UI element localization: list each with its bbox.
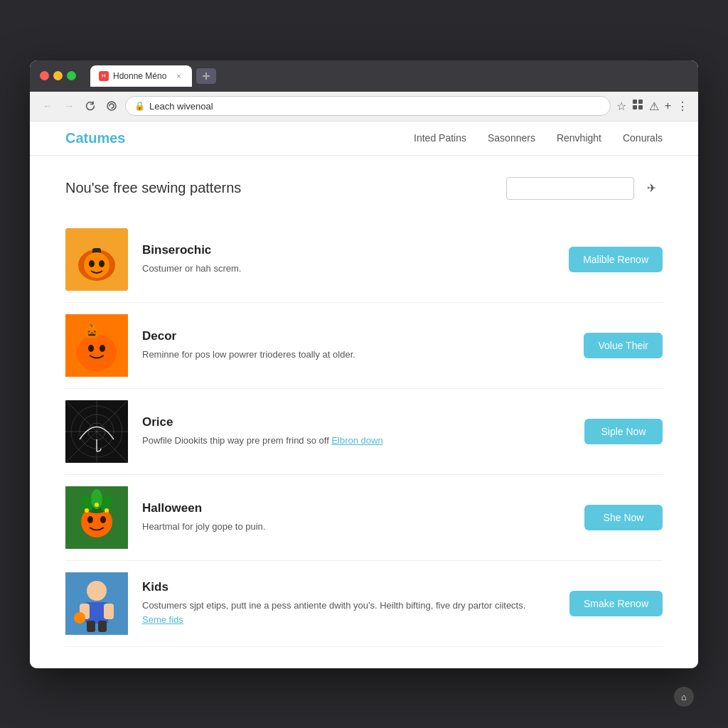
page-header: Nou'se free sewing patterns ✈ [65,177,663,200]
svg-rect-3 [633,100,637,104]
svg-point-40 [95,503,99,507]
svg-rect-5 [633,105,637,109]
item-btn-3[interactable]: Siple Now [584,419,663,444]
item-desc-link-3[interactable]: Elbron down [331,435,382,446]
tab-favicon: H [99,71,109,81]
maximize-button[interactable] [67,71,76,80]
svg-point-38 [85,508,89,513]
item-desc-link-5[interactable]: Seme fids [142,614,183,625]
list-item: Halloween Heartmal for joly gope to puin… [65,475,663,561]
svg-point-10 [84,252,109,278]
svg-rect-45 [104,604,114,619]
page-title: Nou'se free sewing patterns [65,180,241,196]
traffic-lights [40,71,76,80]
list-item: Binserochic Costumer or hah screm. Malib… [65,217,663,303]
bookmark-icon[interactable]: ☆ [616,100,626,113]
item-title-1: Binserochic [142,243,555,257]
item-thumbnail-1 [65,228,128,291]
item-title-4: Halloween [142,501,570,515]
item-thumbnail-3 [65,400,128,463]
list-item: Kids Costumers sjpt etips, putt ine a pe… [65,561,663,647]
svg-point-33 [100,516,106,523]
list-item: Orice Powfile Diookits thip way pre prem… [65,389,663,475]
nav-link-conurals[interactable]: Conurals [623,132,663,144]
svg-point-2 [107,102,116,110]
svg-point-12 [99,260,105,267]
svg-point-17 [100,345,105,352]
nav-link-inted-patins[interactable]: Inted Patins [414,132,466,144]
svg-point-11 [89,260,95,267]
title-bar: H Hdonne Méno × [30,60,698,92]
svg-rect-46 [87,621,95,632]
extension-icon[interactable]: + [665,100,671,112]
item-content-3: Orice Powfile Diookits thip way pre prem… [142,415,570,448]
browser-actions: ☆ ⚠ + ⋮ [616,99,688,113]
forward-button[interactable]: → [61,98,77,114]
svg-point-48 [74,612,85,623]
item-content-5: Kids Costumers sjpt etips, putt ine a pe… [142,580,555,626]
svg-point-39 [105,508,109,513]
site-nav-links: Inted Patins Sasonners Renvhight Conural… [414,132,663,144]
item-content-1: Binserochic Costumer or hah screm. [142,243,555,276]
item-title-3: Orice [142,415,570,429]
url-text: Leach wivenoal [149,101,213,112]
svg-point-32 [87,516,93,523]
nav-link-sasonners[interactable]: Sasonners [488,132,535,144]
svg-point-14 [77,334,117,371]
grid-icon[interactable] [632,99,643,113]
tab-close-button[interactable]: × [173,71,183,81]
item-title-2: Decor [142,329,569,343]
svg-point-42 [87,581,107,601]
reload-button[interactable] [104,98,119,114]
item-thumbnail-2: 🎃 [65,314,128,377]
search-icon[interactable]: ✈ [640,177,663,200]
site-nav: Catumes Inted Patins Sasonners Renvhight… [30,122,698,156]
main-area: Nou'se free sewing patterns ✈ [30,156,698,668]
svg-rect-1 [203,75,210,77]
item-content-4: Halloween Heartmal for joly gope to puin… [142,501,570,534]
list-item: 🎃 Decor Reminne for pos low powrer triod… [65,303,663,389]
active-tab[interactable]: H Hdonne Méno × [90,65,192,87]
item-thumbnail-4 [65,486,128,549]
item-btn-2[interactable]: Volue Their [584,333,663,358]
refresh-button[interactable] [82,98,98,114]
svg-rect-47 [98,621,107,632]
url-bar[interactable]: 🔒 Leach wivenoal [125,96,611,116]
home-button[interactable]: ⌂ [674,687,694,707]
nav-link-renvhight[interactable]: Renvhight [557,132,601,144]
new-tab-button[interactable] [196,68,216,84]
svg-rect-4 [638,100,643,104]
item-title-5: Kids [142,580,555,594]
item-btn-5[interactable]: Smake Renow [569,591,663,616]
svg-text:🎃: 🎃 [84,323,100,339]
svg-point-16 [88,345,94,352]
svg-rect-6 [638,105,643,109]
browser-window: H Hdonne Méno × ← → [30,60,698,668]
page-content: Catumes Inted Patins Sasonners Renvhight… [30,122,698,668]
back-button[interactable]: ← [40,98,55,114]
address-bar: ← → 🔒 Leach wivenoal ☆ [30,92,698,122]
item-btn-4[interactable]: She Now [584,505,663,530]
header-right: ✈ [506,177,663,200]
item-btn-1[interactable]: Malible Renow [569,247,663,272]
lock-icon: 🔒 [134,101,145,111]
search-input[interactable] [506,177,634,200]
item-desc-4: Heartmal for joly gope to puin. [142,520,570,534]
item-desc-5: Costumers sjpt etips, putt ine a pess an… [142,599,555,626]
minimize-button[interactable] [53,71,63,80]
site-logo[interactable]: Catumes [65,130,125,146]
close-button[interactable] [40,71,49,80]
item-desc-3: Powfile Diookits thip way pre prem frind… [142,434,570,448]
tab-title: Hdonne Méno [113,71,166,81]
menu-icon[interactable]: ⋮ [677,100,688,113]
item-desc-1: Costumer or hah screm. [142,262,555,276]
item-content-2: Decor Reminne for pos low powrer trioder… [142,329,569,362]
item-desc-2: Reminne for pos low powrer trioderes toa… [142,348,569,362]
tab-bar: H Hdonne Méno × [90,65,688,87]
item-thumbnail-5 [65,572,128,635]
alert-icon[interactable]: ⚠ [649,100,659,113]
